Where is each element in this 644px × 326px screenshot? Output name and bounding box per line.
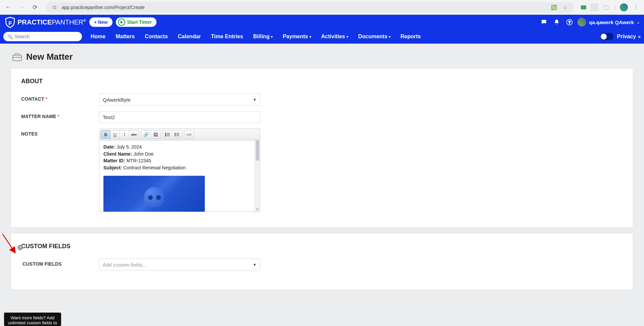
search-icon: 🔍 [7, 34, 13, 39]
reload-button[interactable]: ⟳ [30, 2, 40, 13]
search-input[interactable] [15, 34, 78, 39]
embedded-image[interactable] [103, 176, 205, 212]
nav-item-reports[interactable]: Reports [396, 30, 425, 44]
play-icon [118, 18, 125, 26]
custom-fields-panel: CUSTOM FIELDS CUSTOM FIELDS Add custom f… [11, 233, 633, 290]
custom-fields-label: CUSTOM FIELDS [21, 259, 99, 267]
new-button[interactable]: + New [89, 17, 112, 27]
translate-icon[interactable]: 🈯 [550, 3, 558, 11]
nav-item-matters[interactable]: Matters [111, 30, 139, 44]
privacy-label[interactable]: Privacy « [617, 34, 641, 40]
svg-text:3: 3 [165, 135, 166, 137]
start-timer-button[interactable]: Start Timer [116, 17, 157, 27]
nav-item-documents[interactable]: Documents▾ [354, 30, 395, 44]
bookmark-star-icon[interactable]: ☆ [561, 3, 569, 11]
chevron-down-icon: ▾ [389, 35, 390, 39]
svg-text:?: ? [568, 20, 570, 24]
browser-toolbar: ← → ⟳ ⊡ app.practicepanther.com/Project/… [0, 0, 644, 15]
shield-icon: p [4, 16, 16, 28]
tooltip-bubble: Want more fields? Add unlimited custom f… [4, 313, 61, 326]
site-info-icon[interactable]: ⊡ [50, 3, 58, 11]
custom-fields-heading: CUSTOM FIELDS [21, 243, 623, 250]
chevron-down-icon: ▾ [347, 35, 348, 39]
contact-select[interactable]: QAwerkByte ▼ [99, 94, 260, 106]
brand-light: PANTHER [52, 18, 83, 26]
contact-label: CONTACT * [21, 94, 99, 102]
nav-item-time-entries[interactable]: Time Entries [206, 30, 248, 44]
brand-logo[interactable]: p PRACTICEPANTHER® [4, 16, 86, 28]
nav-item-activities[interactable]: Activities▾ [317, 30, 353, 44]
app-header: p PRACTICEPANTHER® + New Start Timer ? q… [0, 15, 644, 30]
notes-row: NOTES B U I abc 🔗 🖼 [21, 128, 623, 212]
svg-rect-3 [13, 55, 21, 61]
matter-name-input[interactable] [99, 111, 260, 123]
custom-fields-row: CUSTOM FIELDS Add custom fields... ▼ [21, 259, 623, 271]
nav-item-billing[interactable]: Billing▾ [248, 30, 277, 44]
ordered-list-button[interactable]: 123 [163, 130, 172, 139]
strike-button[interactable]: abc [129, 130, 139, 139]
caret-down-icon: ▼ [253, 98, 257, 102]
chevron-down-icon: ⌄ [637, 20, 640, 24]
user-name: qa.qawerk QAwerk [589, 19, 634, 25]
about-panel: ABOUT CONTACT * QAwerkByte ▼ MATTER NAME… [11, 68, 633, 228]
caret-down-icon: ▼ [253, 263, 257, 267]
chrome-actions: ​ ⬚ | ⋮ [580, 3, 641, 11]
required-star: * [58, 114, 60, 119]
back-button[interactable]: ← [3, 2, 13, 13]
chevron-down-icon: ▾ [271, 35, 273, 39]
chevron-down-icon: ▾ [310, 35, 311, 39]
editor-toolbar: B U I abc 🔗 🖼 123 [99, 129, 260, 141]
recording-indicator-icon[interactable] [581, 5, 586, 9]
brand-bold: PRACTICE [17, 18, 52, 26]
account-square-icon[interactable]: ​ [590, 3, 598, 11]
svg-point-8 [175, 134, 176, 135]
about-heading: ABOUT [21, 78, 623, 85]
page-scroll[interactable]: New Matter ABOUT CONTACT * QAwerkByte ▼ … [0, 44, 644, 326]
matter-name-label: MATTER NAME * [21, 111, 99, 119]
required-star: * [46, 96, 48, 102]
url-text: app.practicepanther.com/Project/Create [62, 5, 547, 10]
contact-row: CONTACT * QAwerkByte ▼ [21, 94, 623, 106]
profile-avatar[interactable] [620, 3, 628, 11]
notes-label: NOTES [21, 128, 99, 137]
help-badge-icon[interactable]: ? [17, 245, 23, 250]
italic-button[interactable]: I [120, 130, 129, 139]
editor-scrollbar[interactable]: ▾ [255, 141, 260, 212]
nav-item-calendar[interactable]: Calendar [173, 30, 205, 44]
nav-item-contacts[interactable]: Contacts [140, 30, 172, 44]
nav-item-payments[interactable]: Payments▾ [278, 30, 316, 44]
unordered-list-button[interactable] [172, 130, 182, 139]
svg-text:p: p [8, 19, 12, 25]
briefcase-icon [12, 53, 22, 61]
chevron-double-left-icon: « [638, 34, 641, 39]
user-menu[interactable]: qa.qawerk QAwerk ⌄ [578, 18, 640, 26]
matter-name-row: MATTER NAME * [21, 111, 623, 123]
link-button[interactable]: 🔗 [141, 130, 151, 139]
bold-button[interactable]: B [101, 130, 110, 139]
svg-point-9 [175, 135, 176, 136]
extensions-icon[interactable]: ⬚ [602, 3, 610, 11]
nav-item-home[interactable]: Home [86, 30, 110, 44]
chat-icon[interactable] [539, 17, 549, 27]
privacy-toggle[interactable] [600, 33, 613, 40]
page-title: New Matter [26, 52, 73, 62]
bell-icon[interactable] [552, 17, 561, 27]
svg-point-7 [175, 133, 176, 133]
rich-editor: B U I abc 🔗 🖼 123 [99, 128, 260, 212]
image-button[interactable]: 🖼 [151, 130, 160, 139]
editor-content[interactable]: Date: July 5, 2024 Client Name: John Doe… [99, 141, 255, 212]
custom-fields-select[interactable]: Add custom fields... ▼ [99, 259, 260, 271]
source-button[interactable]: </> [184, 130, 194, 139]
page-title-row: New Matter [12, 52, 633, 62]
underline-button[interactable]: U [110, 130, 120, 139]
address-bar[interactable]: ⊡ app.practicepanther.com/Project/Create… [46, 2, 574, 13]
search-input-wrap[interactable]: 🔍 [3, 32, 82, 41]
help-icon[interactable]: ? [565, 17, 574, 27]
kebab-menu-icon[interactable]: ⋮ [632, 3, 640, 11]
user-avatar [578, 18, 586, 26]
main-nav: 🔍 HomeMattersContactsCalendarTime Entrie… [0, 30, 644, 44]
forward-button[interactable]: → [16, 2, 27, 13]
